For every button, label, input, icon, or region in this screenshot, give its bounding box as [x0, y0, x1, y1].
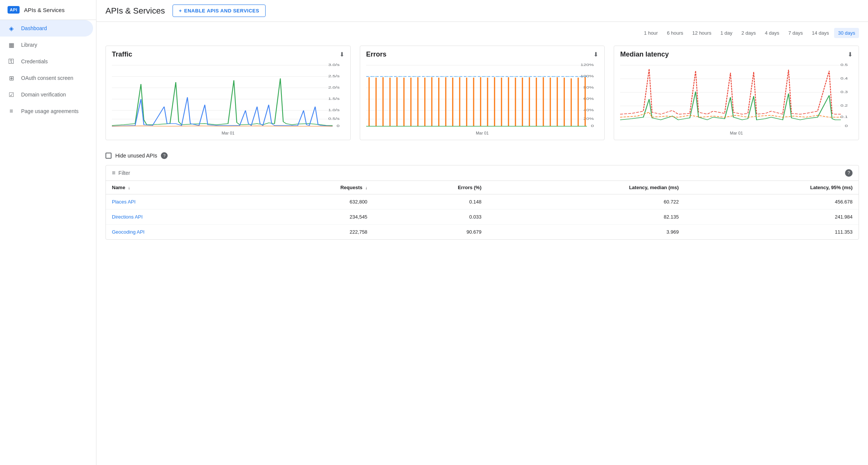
- svg-text:3.0/s: 3.0/s: [328, 63, 339, 67]
- traffic-chart-title: Traffic: [112, 50, 132, 58]
- traffic-chart-area: 3.0/s 2.5/s 2.0/s 1.5/s 1.0/s 0.5/s 0: [112, 61, 344, 129]
- nav-label-dashboard: Dashboard: [21, 25, 47, 31]
- traffic-chart-header: Traffic ⬇: [112, 50, 344, 58]
- table-row: Geocoding API 222,758 90.679 3.969 111.3…: [106, 225, 859, 240]
- charts-row: Traffic ⬇ 3.0/s 2.5/s 2.0/s 1.5/s 1.0/s …: [105, 46, 859, 140]
- latency-download-icon[interactable]: ⬇: [848, 51, 853, 58]
- cell-errors: 90.679: [373, 225, 487, 240]
- cell-latency-median: 60.722: [487, 194, 685, 210]
- main-header: APIs & Services + ENABLE APIS AND SERVIC…: [96, 0, 868, 22]
- time-filter-4-days[interactable]: 4 days: [761, 28, 783, 38]
- nav-icon-library: ▦: [8, 41, 15, 49]
- traffic-chart-svg: 3.0/s 2.5/s 2.0/s 1.5/s 1.0/s 0.5/s 0: [112, 61, 344, 129]
- svg-text:0.5/s: 0.5/s: [328, 117, 339, 121]
- latency-chart-area: 0.5 0.4 0.3 0.2 0.1 0: [620, 61, 853, 129]
- time-filter-1-day[interactable]: 1 day: [717, 28, 736, 38]
- latency-x-label: Mar 01: [620, 131, 853, 135]
- errors-chart: Errors ⬇ 120% 100% 80% 60% 40% 20% 0: [360, 46, 605, 140]
- svg-text:1.0/s: 1.0/s: [328, 108, 339, 112]
- svg-text:0.3: 0.3: [840, 90, 848, 94]
- content-area: 1 hour6 hours12 hours1 day2 days4 days7 …: [96, 22, 868, 246]
- api-table-wrapper: ≡ Filter ? Name ↓ Requests ↓ Errors (%) …: [105, 165, 859, 240]
- cell-name[interactable]: Directions API: [106, 210, 249, 225]
- time-filter-6-hours[interactable]: 6 hours: [663, 28, 687, 38]
- table-help-icon[interactable]: ?: [845, 169, 853, 177]
- col-latency-95: Latency, 95% (ms): [685, 181, 859, 194]
- sidebar-item-dashboard[interactable]: ◈Dashboard: [0, 20, 93, 37]
- sidebar-item-page-usage[interactable]: ≡Page usage agreements: [0, 103, 93, 119]
- cell-latency-95: 456.678: [685, 194, 859, 210]
- col-latency-median: Latency, median (ms): [487, 181, 685, 194]
- latency-chart-header: Median latency ⬇: [620, 50, 853, 58]
- cell-errors: 0.148: [373, 194, 487, 210]
- svg-text:2.0/s: 2.0/s: [328, 86, 339, 89]
- errors-chart-area: 120% 100% 80% 60% 40% 20% 0: [366, 61, 599, 129]
- traffic-x-label: Mar 01: [112, 131, 344, 135]
- enable-btn-label: ENABLE APIS AND SERVICES: [184, 8, 259, 14]
- errors-download-icon[interactable]: ⬇: [593, 51, 598, 58]
- nav-label-credentials: Credentials: [21, 58, 48, 64]
- cell-errors: 0.033: [373, 210, 487, 225]
- latency-chart-svg: 0.5 0.4 0.3 0.2 0.1 0: [620, 61, 853, 129]
- nav-label-library: Library: [21, 42, 37, 48]
- nav-icon-oauth-consent: ⊞: [8, 74, 15, 82]
- svg-text:0.4: 0.4: [840, 76, 848, 80]
- traffic-download-icon[interactable]: ⬇: [339, 51, 344, 58]
- sidebar-nav: ◈Dashboard▦Library⚿Credentials⊞OAuth con…: [0, 20, 96, 119]
- col-requests[interactable]: Requests ↓: [249, 181, 373, 194]
- cell-requests: 632,800: [249, 194, 373, 210]
- sidebar-item-oauth-consent[interactable]: ⊞OAuth consent screen: [0, 70, 93, 86]
- time-filter-2-days[interactable]: 2 days: [738, 28, 760, 38]
- cell-requests: 222,758: [249, 225, 373, 240]
- filter-icon: ≡: [112, 170, 115, 176]
- nav-label-page-usage: Page usage agreements: [21, 108, 79, 114]
- cell-latency-median: 82.135: [487, 210, 685, 225]
- sidebar-header: API APIs & Services: [0, 0, 96, 20]
- sort-icon-requests: ↓: [365, 185, 368, 190]
- col-name[interactable]: Name ↓: [106, 181, 249, 194]
- svg-text:0.5: 0.5: [840, 63, 848, 67]
- time-filters: 1 hour6 hours12 hours1 day2 days4 days7 …: [105, 28, 859, 38]
- svg-text:0.2: 0.2: [840, 104, 848, 107]
- cell-name[interactable]: Geocoding API: [106, 225, 249, 240]
- svg-text:2.5/s: 2.5/s: [328, 74, 339, 78]
- hide-unused-checkbox[interactable]: [105, 153, 112, 159]
- filter-label: Filter: [118, 170, 130, 176]
- nav-icon-page-usage: ≡: [8, 107, 15, 115]
- hide-unused-help-icon[interactable]: ?: [161, 152, 168, 159]
- traffic-chart: Traffic ⬇ 3.0/s 2.5/s 2.0/s 1.5/s 1.0/s …: [105, 46, 351, 140]
- table-toolbar: ≡ Filter ?: [106, 165, 859, 181]
- time-filter-12-hours[interactable]: 12 hours: [689, 28, 715, 38]
- svg-text:100%: 100%: [581, 74, 594, 78]
- main-content: APIs & Services + ENABLE APIS AND SERVIC…: [96, 0, 868, 465]
- sidebar-title: APIs & Services: [24, 7, 65, 13]
- cell-latency-95: 111.353: [685, 225, 859, 240]
- table-row: Directions API 234,545 0.033 82.135 241.…: [106, 210, 859, 225]
- svg-text:0: 0: [591, 124, 594, 128]
- sidebar: API APIs & Services ◈Dashboard▦Library⚿C…: [0, 0, 96, 465]
- time-filter-14-days[interactable]: 14 days: [808, 28, 833, 38]
- nav-icon-domain-verification: ☑: [8, 91, 15, 98]
- cell-name[interactable]: Places API: [106, 194, 249, 210]
- svg-text:120%: 120%: [581, 63, 594, 67]
- time-filter-1-hour[interactable]: 1 hour: [640, 28, 662, 38]
- time-filter-30-days[interactable]: 30 days: [834, 28, 859, 38]
- sidebar-item-credentials[interactable]: ⚿Credentials: [0, 53, 93, 70]
- cell-latency-median: 3.969: [487, 225, 685, 240]
- plus-icon: +: [179, 8, 182, 14]
- hide-unused-label: Hide unused APIs: [115, 153, 157, 159]
- sort-icon: ↓: [128, 185, 130, 190]
- api-table: Name ↓ Requests ↓ Errors (%) Latency, me…: [106, 181, 859, 239]
- page-title: APIs & Services: [105, 6, 165, 16]
- sidebar-item-library[interactable]: ▦Library: [0, 37, 93, 53]
- hide-unused-row: Hide unused APIs ?: [105, 152, 859, 159]
- enable-apis-button[interactable]: + ENABLE APIS AND SERVICES: [173, 5, 266, 17]
- errors-chart-svg: 120% 100% 80% 60% 40% 20% 0: [366, 61, 599, 129]
- table-row: Places API 632,800 0.148 60.722 456.678: [106, 194, 859, 210]
- time-filter-7-days[interactable]: 7 days: [785, 28, 807, 38]
- nav-label-domain-verification: Domain verification: [21, 92, 66, 98]
- svg-text:1.5/s: 1.5/s: [328, 97, 339, 101]
- svg-text:0.1: 0.1: [840, 115, 848, 119]
- sidebar-item-domain-verification[interactable]: ☑Domain verification: [0, 86, 93, 103]
- table-header-row: Name ↓ Requests ↓ Errors (%) Latency, me…: [106, 181, 859, 194]
